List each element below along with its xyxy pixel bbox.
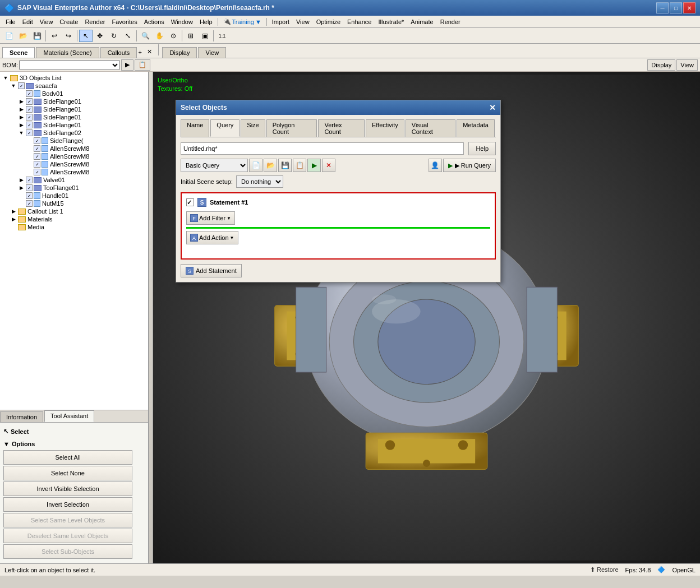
tree-item-sideflangec[interactable]: SideFlange( xyxy=(0,137,148,145)
query-stop-btn[interactable]: ✕ xyxy=(322,159,335,172)
query-saveas-btn[interactable]: 📋 xyxy=(293,159,306,172)
minimize-button[interactable]: ─ xyxy=(656,2,669,13)
close-button[interactable]: ✕ xyxy=(683,2,696,13)
cb-allen1[interactable] xyxy=(34,145,40,152)
tab-display[interactable]: Display xyxy=(162,47,197,58)
menu-help[interactable]: Help xyxy=(196,17,216,26)
bom-add-btn[interactable]: 📋 xyxy=(135,59,150,71)
cb-sf1[interactable] xyxy=(26,98,33,105)
tb-scale[interactable]: ⤡ xyxy=(121,30,135,42)
cb-tooflange[interactable] xyxy=(26,184,33,191)
tb-fit-all[interactable]: ⊞ xyxy=(184,30,197,42)
dialog-tab-metadata[interactable]: Metadata xyxy=(457,119,495,137)
dialog-tab-vertex[interactable]: Vertex Count xyxy=(318,119,365,137)
cb-sf4[interactable] xyxy=(26,122,33,128)
tree-item-callout[interactable]: ▶ Callout List 1 xyxy=(0,207,148,215)
select-none-button[interactable]: Select None xyxy=(3,466,132,480)
query-name-input[interactable] xyxy=(181,142,464,155)
tree-item-sideflange1[interactable]: ▶ SideFlange01 xyxy=(0,98,148,105)
view-btn[interactable]: View xyxy=(676,59,698,71)
tree-item-allen2[interactable]: AllenScrewM8 xyxy=(0,152,148,160)
tree-item-nutm15[interactable]: NutM15 xyxy=(0,200,148,207)
tree-item-seaacfa[interactable]: ▼ seaacfa xyxy=(0,82,148,90)
cb-sfc[interactable] xyxy=(34,137,40,144)
tb-fit-sel[interactable]: ▣ xyxy=(198,30,211,42)
cb-sf3[interactable] xyxy=(26,114,33,121)
tree-item-sideflange2[interactable]: ▶ SideFlange01 xyxy=(0,105,148,113)
tb-move[interactable]: ✥ xyxy=(93,30,107,42)
cb-allen3[interactable] xyxy=(34,161,40,168)
add-filter-button[interactable]: F Add Filter ▼ xyxy=(186,211,235,225)
statement-checkbox[interactable]: ✓ xyxy=(186,198,194,206)
query-type-select[interactable]: Basic Query xyxy=(181,159,248,172)
initial-scene-select[interactable]: Do nothing xyxy=(236,175,283,188)
query-new-btn[interactable]: 📄 xyxy=(249,159,262,172)
cb-seaacfa[interactable] xyxy=(18,82,25,89)
select-sub-objects-button[interactable]: Select Sub-Objects xyxy=(3,544,132,559)
tree-item-valve01[interactable]: ▶ Valve01 xyxy=(0,176,148,184)
tb-redo[interactable]: ↪ xyxy=(62,30,75,42)
query-save-btn[interactable]: 💾 xyxy=(278,159,292,172)
tab-callouts[interactable]: Callouts xyxy=(100,47,137,58)
menu-illustrate[interactable]: Illustrate* xyxy=(375,17,407,26)
tab-scene[interactable]: Scene xyxy=(2,47,35,58)
tree-item-bodv01[interactable]: Bodv01 xyxy=(0,90,148,98)
cb-nutm15[interactable] xyxy=(26,200,33,207)
tb-rotate[interactable]: ↻ xyxy=(107,30,121,42)
cb-bodv01[interactable] xyxy=(26,90,33,97)
tab-add[interactable]: + xyxy=(138,49,146,58)
deselect-same-level-button[interactable]: Deselect Same Level Objects xyxy=(3,529,132,543)
help-button[interactable]: Help xyxy=(468,142,496,155)
tree-item-materials[interactable]: ▶ Materials xyxy=(0,215,148,223)
menu-window[interactable]: Window xyxy=(168,17,196,26)
tree-item-allen1[interactable]: AllenScrewM8 xyxy=(0,145,148,152)
tree-item-media[interactable]: Media xyxy=(0,223,148,231)
add-statement-button[interactable]: S Add Statement xyxy=(181,264,242,277)
cb-valve01[interactable] xyxy=(26,177,33,183)
query-person-btn[interactable]: 👤 xyxy=(429,159,442,172)
restore-label[interactable]: ⬆ Restore xyxy=(590,566,619,573)
menu-actions[interactable]: Actions xyxy=(141,17,168,26)
menu-edit[interactable]: Edit xyxy=(19,17,36,26)
tree-item-sideflange4[interactable]: ▶ SideFlange01 xyxy=(0,121,148,129)
menu-import[interactable]: Import xyxy=(269,17,293,26)
dialog-tab-size[interactable]: Size xyxy=(241,119,265,137)
tab-tool-assistant[interactable]: Tool Assistant xyxy=(44,410,94,422)
tb-new[interactable]: 📄 xyxy=(2,30,16,42)
tree-item-allen4[interactable]: AllenScrewM8 xyxy=(0,168,148,176)
options-section-header[interactable]: ▼ Options xyxy=(3,439,145,449)
select-same-level-button[interactable]: Select Same Level Objects xyxy=(3,513,132,527)
tab-close-active[interactable]: ✕ xyxy=(147,48,155,58)
menu-favorites[interactable]: Favorites xyxy=(108,17,140,26)
dialog-tab-polygon[interactable]: Polygon Count xyxy=(266,119,317,137)
menu-enhance[interactable]: Enhance xyxy=(344,17,375,26)
tb-1to1[interactable]: 1:1 xyxy=(215,30,229,42)
cb-handle01[interactable] xyxy=(26,192,33,199)
dialog-close-button[interactable]: ✕ xyxy=(489,103,496,112)
tree-item-allen3[interactable]: AllenScrewM8 xyxy=(0,160,148,168)
cb-sf02[interactable] xyxy=(26,129,33,136)
cb-allen4[interactable] xyxy=(34,169,40,175)
dialog-tab-query[interactable]: Query xyxy=(210,119,240,137)
tb-save[interactable]: 💾 xyxy=(30,30,44,42)
tb-pan[interactable]: ✋ xyxy=(153,30,166,42)
tree-item-sideflange3[interactable]: ▶ SideFlange01 xyxy=(0,113,148,121)
tb-orbit[interactable]: ⊙ xyxy=(167,30,180,42)
query-open-btn[interactable]: 📂 xyxy=(264,159,277,172)
menu-create[interactable]: Create xyxy=(56,17,81,26)
tab-information[interactable]: Information xyxy=(0,411,43,422)
menu-animate[interactable]: Animate xyxy=(407,17,436,26)
resize-handle[interactable] xyxy=(149,72,153,563)
tree-item-root[interactable]: ▼ 3D Objects List xyxy=(0,74,148,82)
menu-file[interactable]: File xyxy=(2,17,19,26)
dialog-tab-effectivity[interactable]: Effectivity xyxy=(366,119,404,137)
menu-view2[interactable]: View xyxy=(293,17,313,26)
menu-training[interactable]: 🔌 Training ▼ xyxy=(220,17,265,26)
tb-select[interactable]: ↖ xyxy=(79,30,93,42)
add-action-button[interactable]: A Add Action ▼ xyxy=(186,231,238,244)
menu-view[interactable]: View xyxy=(36,17,57,26)
bom-nav-btn[interactable]: ▶ xyxy=(121,59,133,71)
query-run-btn[interactable]: ▶ xyxy=(307,159,321,172)
menu-render[interactable]: Render xyxy=(81,17,108,26)
tb-open[interactable]: 📂 xyxy=(16,30,30,42)
